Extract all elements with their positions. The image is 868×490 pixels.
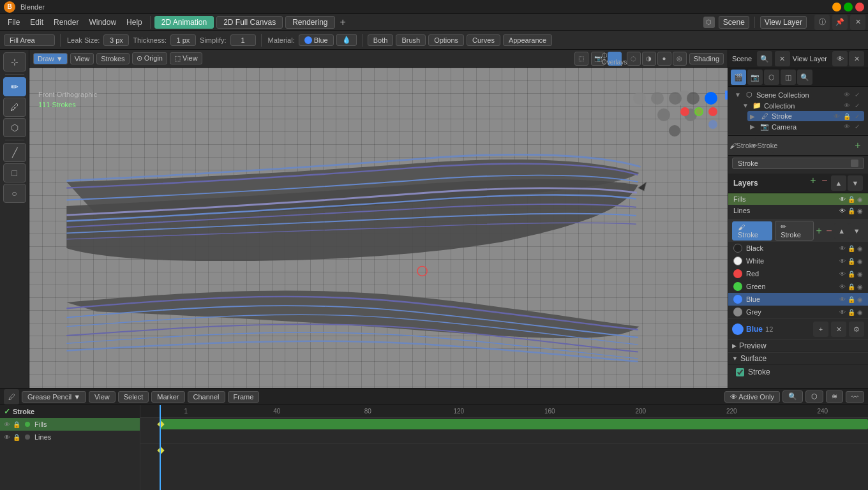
brush-dropdown[interactable]: Brush [396,34,426,46]
material-selector[interactable]: Blue [299,34,334,46]
lines-eye-icon[interactable]: 👁 [839,207,846,214]
vp-toggle-n-panel[interactable]: ⬚ [574,52,588,66]
stroke-name-btn[interactable] [851,160,858,167]
menu-render[interactable]: Render [49,17,84,28]
tl-filter[interactable]: ⬡ [805,390,823,403]
curves-dropdown[interactable]: Curves [467,34,500,46]
cam-eye[interactable]: 👁 [842,123,851,130]
stroke-name-display[interactable]: Stroke [732,158,864,169]
vp-shade-3[interactable]: ● [657,52,671,66]
tl-fills-lock[interactable]: 🔒 [13,421,20,428]
tl-search[interactable]: 🔍 [782,390,803,403]
viewport[interactable]: Draw ▼ View Strokes ⊙ Origin ⬚ View ⬚ 📷 … [29,50,728,388]
layer-up-btn[interactable]: ▲ [831,175,846,191]
tl-select-menu[interactable]: Select [118,391,149,403]
stroke-tab-icon-2[interactable]: ✏ Stroke [755,138,774,153]
mat-grey-dot[interactable]: ◉ [857,309,863,316]
str-eye[interactable]: 👁 [832,113,841,120]
vp-shade-4[interactable]: ◎ [673,52,687,66]
rp-icon-scene[interactable]: 🎬 [731,70,746,85]
tl-fills-eye[interactable]: 👁 [4,421,10,428]
mat-add-button[interactable]: + [814,226,824,236]
mat-rem-button[interactable]: − [824,226,834,236]
stroke-checkbox[interactable] [736,368,744,376]
mat-red-lock[interactable]: 🔒 [848,271,855,278]
fills-lock-icon[interactable]: 🔒 [848,196,855,203]
collection-item[interactable]: ▼ 📁 Collection 👁 ✓ [740,100,864,111]
mat-blue-dot[interactable]: ◉ [857,296,863,303]
tl-extra2[interactable]: 〰 [846,391,864,403]
tool-draw[interactable]: ✏ [3,77,26,96]
lines-keyframe[interactable] [157,447,164,454]
mat-grey-eye[interactable]: 👁 [839,309,846,316]
stroke-tab-icon-1[interactable]: 🖌 Stroke [733,138,752,153]
workspace-tab-rendering[interactable]: Rendering [285,16,334,29]
tool-erase[interactable]: ⬡ [3,118,26,137]
vp-mode-draw[interactable]: Draw ▼ [33,53,68,64]
mat-blue[interactable]: Blue 👁 🔒 ◉ [728,293,868,306]
stroke-item[interactable]: ▶ 🖊 Stroke 👁 🔒 ✓ [747,111,864,121]
vp-shade-1[interactable]: ◌ [627,52,641,66]
appearance-dropdown[interactable]: Appearance [503,34,552,46]
stroke-add-button[interactable]: + [853,140,863,151]
mat-blue-lock[interactable]: 🔒 [848,296,855,303]
mat-red[interactable]: Red 👁 🔒 ◉ [728,267,868,280]
mat-red-eye[interactable]: 👁 [839,271,846,278]
active-only-btn[interactable]: 👁 Active Only [724,391,780,403]
canvas-area[interactable]: Front Orthographic 111 Strokes [29,68,728,388]
sc-eye[interactable]: 👁 [842,91,851,98]
camera-item[interactable]: ▶ 📷 Camera 👁 ✓ [747,121,864,132]
str-exclude[interactable]: ✓ [853,113,862,120]
cam-exclude[interactable]: ✓ [853,123,862,130]
tl-extra1[interactable]: ≋ [826,390,843,403]
mat-green-eye[interactable]: 👁 [839,283,846,290]
tl-lines-lock[interactable]: 🔒 [13,434,20,441]
scene-selector[interactable]: Scene [719,16,749,29]
rp-icon-view[interactable]: ◫ [781,70,796,85]
mat-stroke-tab2[interactable]: ✏ Stroke [775,221,814,241]
mat-down-btn[interactable]: ▼ [849,223,864,239]
preview-row[interactable]: ▶ Preview [728,340,868,352]
icon-eyedropper[interactable]: 💧 [336,34,357,46]
tool-rect[interactable]: □ [3,163,26,182]
layer-add-button[interactable]: + [808,175,818,186]
mat-settings-btn[interactable]: ⚙ [849,322,864,337]
tl-frame-menu[interactable]: Frame [228,391,260,403]
tl-lines-eye[interactable]: 👁 [4,434,10,441]
mat-black-dot[interactable]: ◉ [857,245,863,252]
mat-black[interactable]: Black 👁 🔒 ◉ [728,242,868,255]
layer-lines[interactable]: Lines 👁 🔒 ◉ [728,205,868,216]
lines-track-area[interactable] [140,443,868,456]
vl-eye-icon[interactable]: 👁 [832,51,848,66]
options-dropdown[interactable]: Options [428,34,464,46]
vl-close-icon[interactable]: ✕ [849,51,864,66]
mat-grey-lock[interactable]: 🔒 [848,309,855,316]
close-btn[interactable] [855,3,864,11]
col-exclude[interactable]: ✓ [853,102,862,109]
mat-green-dot[interactable]: ◉ [857,283,863,290]
fills-eye-icon[interactable]: 👁 [839,196,846,203]
tl-view-menu[interactable]: View [89,391,116,403]
fills-mask-icon[interactable]: ◉ [857,196,863,203]
tool-circle[interactable]: ○ [3,184,26,203]
menu-window[interactable]: Window [84,17,121,28]
lines-lock-icon[interactable]: 🔒 [848,207,855,214]
tl-lines-track[interactable]: 👁 🔒 Lines [0,431,140,443]
mat-red-dot[interactable]: ◉ [857,271,863,278]
tl-fills-track[interactable]: 👁 🔒 Fills [0,418,140,431]
vp-view-menu[interactable]: View [70,53,94,64]
mat-black-eye[interactable]: 👁 [839,245,846,252]
layer-down-btn[interactable]: ▼ [848,175,863,191]
simplify-value[interactable]: 1 [230,34,256,46]
mat-del-btn[interactable]: ✕ [831,322,846,337]
tl-mode-icon[interactable]: 🖊 [4,389,19,405]
settings-icon[interactable]: ✕ [850,15,865,30]
tool-select[interactable]: ⊹ [3,52,26,71]
tool-fill[interactable]: 🖊 [3,98,26,117]
tl-mode-selector[interactable]: Grease Pencil ▼ [22,391,86,403]
vp-origin-btn[interactable]: ⊙ Origin [132,52,167,64]
rp-icon-search[interactable]: 🔍 [797,70,812,85]
tl-marker-menu[interactable]: Marker [151,391,184,403]
minimize-btn[interactable] [832,3,841,11]
col-eye[interactable]: 👁 [842,102,851,109]
